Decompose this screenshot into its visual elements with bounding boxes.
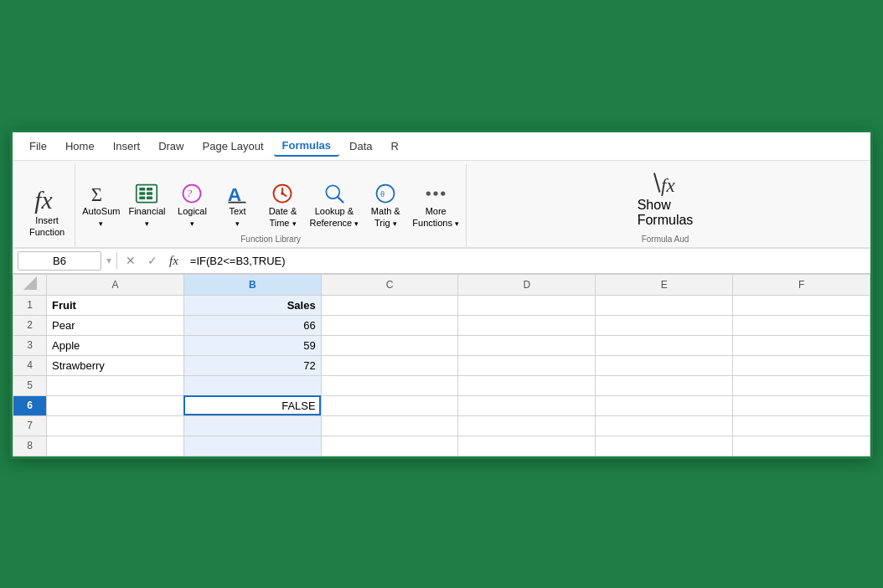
cell-b7[interactable]	[183, 415, 321, 436]
cell-b8[interactable]	[183, 436, 321, 456]
cell-b4[interactable]: 72	[183, 355, 321, 375]
cell-c1[interactable]	[321, 295, 458, 315]
svg-text:fx: fx	[34, 187, 52, 214]
cell-a5[interactable]	[47, 375, 184, 395]
svg-rect-4	[147, 188, 152, 191]
grid-body: 1 Fruit Sales 2 Pear 66	[13, 295, 870, 456]
cell-e2[interactable]	[596, 315, 733, 335]
cell-d1[interactable]	[458, 295, 596, 315]
datetime-icon	[271, 182, 294, 205]
svg-point-16	[281, 192, 285, 195]
svg-line-18	[338, 197, 343, 202]
col-header-a[interactable]: A	[47, 274, 184, 295]
cell-b6[interactable]: FALSE	[183, 395, 321, 415]
cell-d3[interactable]	[458, 335, 596, 355]
function-library-label: Function Library	[240, 233, 301, 247]
cell-b3[interactable]: 59	[183, 335, 321, 355]
cell-a8[interactable]	[47, 436, 184, 456]
menu-page-layout[interactable]: Page Layout	[194, 137, 272, 156]
insert-function-group: fx Insert Function	[19, 164, 75, 247]
more-functions-button[interactable]: MoreFunctions ▾	[409, 180, 462, 231]
cell-b1[interactable]: Sales	[183, 295, 321, 315]
formula-input[interactable]	[187, 253, 865, 269]
function-library-top: Σ AutoSum▾	[79, 164, 462, 233]
svg-line-24	[654, 173, 660, 192]
col-header-e[interactable]: E	[596, 274, 733, 295]
menu-data[interactable]: Data	[341, 137, 380, 156]
cell-f7[interactable]	[733, 415, 870, 436]
table-row: 5	[13, 375, 870, 395]
insert-function-button[interactable]: fx Insert Function	[23, 183, 71, 240]
cell-b2[interactable]: 66	[183, 315, 321, 335]
cell-e8[interactable]	[596, 436, 733, 456]
cell-e1[interactable]	[596, 295, 733, 315]
menu-formulas[interactable]: Formulas	[274, 136, 340, 157]
cell-a2[interactable]: Pear	[47, 315, 184, 335]
cell-a6[interactable]	[47, 395, 184, 415]
table-row: 1 Fruit Sales	[13, 295, 870, 315]
date-time-button[interactable]: Date &Time ▾	[261, 180, 304, 231]
menu-draw[interactable]: Draw	[150, 137, 192, 156]
menu-review[interactable]: R	[383, 137, 407, 156]
cell-a3[interactable]: Apple	[47, 335, 184, 355]
logical-button[interactable]: ? Logical▾	[170, 180, 214, 231]
cell-c6[interactable]	[321, 395, 458, 415]
cell-c8[interactable]	[321, 436, 458, 456]
menu-file[interactable]: File	[21, 137, 55, 156]
svg-rect-3	[140, 188, 146, 191]
cell-f5[interactable]	[733, 375, 870, 395]
cell-f8[interactable]	[733, 436, 870, 456]
cell-d8[interactable]	[458, 436, 596, 456]
function-library-group: Σ AutoSum▾	[75, 164, 467, 247]
grid-table: A B C D E F 1 Fruit Sales	[13, 274, 870, 456]
cell-f1[interactable]	[733, 295, 870, 315]
confirm-icon[interactable]: ✓	[144, 252, 161, 269]
cell-e6[interactable]	[596, 395, 733, 415]
cell-reference-input[interactable]	[18, 251, 101, 271]
more-functions-label: MoreFunctions ▾	[412, 205, 459, 230]
cell-e4[interactable]	[596, 355, 733, 375]
cell-d7[interactable]	[458, 415, 596, 436]
col-header-f[interactable]: F	[733, 274, 870, 295]
cell-c2[interactable]	[321, 315, 458, 335]
cell-d2[interactable]	[458, 315, 596, 335]
table-row: 2 Pear 66	[13, 315, 870, 335]
show-formulas-button[interactable]: fx ShowFormulas	[631, 164, 700, 231]
cell-e5[interactable]	[596, 375, 733, 395]
cell-e7[interactable]	[596, 415, 733, 436]
cell-e3[interactable]	[596, 335, 733, 355]
cell-d5[interactable]	[458, 375, 596, 395]
financial-button[interactable]: Financial▾	[125, 180, 168, 231]
column-header-row: A B C D E F	[13, 274, 870, 295]
col-header-d[interactable]: D	[458, 274, 596, 295]
col-header-b[interactable]: B	[183, 274, 321, 295]
cell-c5[interactable]	[321, 375, 458, 395]
cell-c4[interactable]	[321, 355, 458, 375]
cell-d6[interactable]	[458, 395, 596, 415]
cancel-icon[interactable]: ✕	[122, 252, 139, 269]
cell-b5[interactable]	[183, 375, 321, 395]
cell-c3[interactable]	[321, 335, 458, 355]
cell-c7[interactable]	[321, 415, 458, 436]
col-header-c[interactable]: C	[321, 274, 458, 295]
menu-insert[interactable]: Insert	[105, 137, 149, 156]
fx-label[interactable]: fx	[166, 252, 182, 270]
cell-a7[interactable]	[47, 415, 184, 436]
date-time-label: Date &Time ▾	[269, 205, 297, 230]
cell-ref-arrow[interactable]: ▾	[106, 255, 111, 266]
math-trig-button[interactable]: θ Math &Trig ▾	[364, 180, 407, 231]
menu-home[interactable]: Home	[57, 137, 103, 156]
cell-d4[interactable]	[458, 355, 596, 375]
table-row: 8	[13, 436, 870, 456]
svg-point-22	[434, 191, 438, 195]
cell-f2[interactable]	[733, 315, 870, 335]
cell-f6[interactable]	[733, 395, 870, 415]
lookup-reference-button[interactable]: Lookup &Reference ▾	[306, 180, 362, 231]
cell-f4[interactable]	[733, 355, 870, 375]
text-button[interactable]: A Text▾	[215, 180, 259, 231]
cell-f3[interactable]	[733, 335, 870, 355]
autosum-button[interactable]: Σ AutoSum▾	[79, 180, 123, 231]
cell-a4[interactable]: Strawberry	[47, 355, 184, 375]
table-row: 7	[13, 415, 870, 436]
cell-a1[interactable]: Fruit	[47, 295, 184, 315]
